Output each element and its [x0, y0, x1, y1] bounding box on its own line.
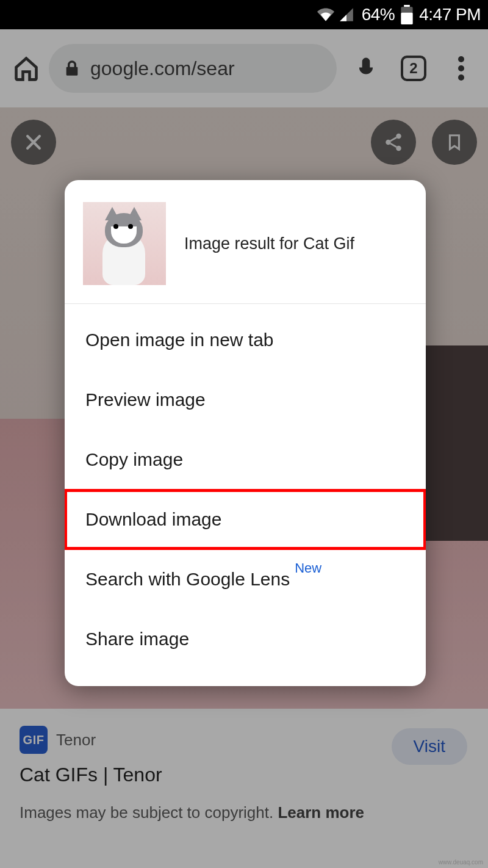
- signal-icon: [339, 6, 354, 23]
- battery-icon: [401, 5, 413, 24]
- image-context-menu: Image result for Cat Gif Open image in n…: [65, 180, 426, 686]
- context-menu-title: Image result for Cat Gif: [184, 234, 354, 253]
- battery-percent: 64%: [362, 5, 395, 24]
- svg-rect-2: [404, 5, 410, 7]
- context-menu-body: Open image in new tab Preview image Copy…: [65, 304, 426, 686]
- wifi-icon: [315, 6, 336, 23]
- clock-time: 4:47 PM: [419, 5, 481, 24]
- context-menu-header: Image result for Cat Gif: [65, 180, 426, 304]
- image-thumbnail: [83, 202, 166, 285]
- menu-open-new-tab[interactable]: Open image in new tab: [65, 310, 426, 370]
- menu-copy-image[interactable]: Copy image: [65, 430, 426, 490]
- menu-search-google-lens[interactable]: Search with Google LensNew: [65, 549, 426, 609]
- menu-download-image[interactable]: Download image: [65, 490, 426, 549]
- new-badge: New: [295, 560, 321, 576]
- android-status-bar: 64% 4:47 PM: [0, 0, 488, 29]
- menu-share-image[interactable]: Share image: [65, 609, 426, 669]
- svg-rect-1: [401, 13, 413, 24]
- menu-preview-image[interactable]: Preview image: [65, 370, 426, 430]
- menu-search-lens-label: Search with Google Lens: [85, 569, 290, 589]
